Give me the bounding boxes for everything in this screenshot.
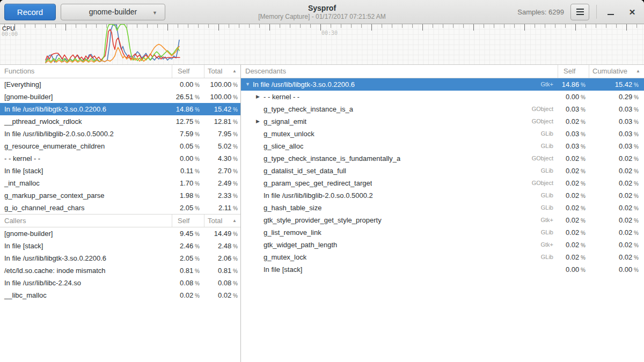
function-name: In file [stack] xyxy=(0,165,172,177)
functions-column-header[interactable]: Functions xyxy=(0,65,172,78)
table-row[interactable]: In file /usr/lib/libgtk-3.so.0.2200.6 2.… xyxy=(0,252,240,264)
table-row[interactable]: g_type_check_instance_is_a GObject 0.03 … xyxy=(241,103,644,115)
callers-column-header[interactable]: Callers xyxy=(0,215,172,227)
table-row[interactable]: In file /usr/lib/libc-2.24.so 0.08 % 0.0… xyxy=(0,277,240,289)
window-title: Sysprof xyxy=(308,4,336,13)
table-row[interactable]: g_type_check_instance_is_fundamentally_a… xyxy=(241,152,644,165)
library-tag: Gtk+ xyxy=(535,214,558,226)
expander-collapsed-icon[interactable]: ▶ xyxy=(256,115,264,128)
descendants-cumulative-column-header[interactable]: Cumulative ▲ xyxy=(589,65,644,78)
table-row[interactable]: __libc_malloc 0.02 % 0.02 % xyxy=(0,289,240,301)
self-value: 0.02 % xyxy=(558,202,589,214)
self-value: 0.02 % xyxy=(558,177,589,189)
library-tag: GLib xyxy=(536,202,558,214)
table-row[interactable]: _int_malloc 1.70 % 2.49 % xyxy=(0,177,240,189)
expander-expanded-icon[interactable]: ▼ xyxy=(245,78,253,91)
table-row[interactable]: gtk_style_provider_get_style_property Gt… xyxy=(241,214,644,226)
descendants-self-column-header[interactable]: Self xyxy=(558,65,589,78)
function-name: g_type_check_instance_is_fundamentally_a xyxy=(264,152,400,165)
descendants-pane: Descendants Self Cumulative ▲ ▼ In file … xyxy=(241,65,644,362)
descendant-name-cell: In file [stack] xyxy=(241,263,558,276)
table-row[interactable]: [gnome-builder] 9.45 % 14.49 % xyxy=(0,227,240,240)
table-row[interactable]: [Everything] 0.00 % 100.00 % xyxy=(0,78,240,91)
total-value: 2.49 % xyxy=(204,177,240,189)
close-button[interactable]: ✕ xyxy=(624,3,641,20)
cumulative-value: 0.02 % xyxy=(589,189,644,202)
minimize-button[interactable] xyxy=(602,3,619,20)
descendant-name-cell: g_mutex_lock GLib xyxy=(241,251,558,263)
total-value: 12.81 % xyxy=(204,115,240,128)
cpu-graph[interactable]: CPU 00:00 00:30 xyxy=(0,24,644,65)
self-value: 0.05 % xyxy=(172,140,204,152)
table-row[interactable]: - - kernel - - 0.00 % 4.30 % xyxy=(0,152,240,165)
functions-table-header: Functions Self Total ▲ xyxy=(0,65,240,78)
table-row[interactable]: [gnome-builder] 26.51 % 100.00 % xyxy=(0,91,240,103)
self-value: 0.02 % xyxy=(558,115,589,128)
expander-collapsed-icon[interactable]: ▶ xyxy=(256,91,264,103)
self-value: 0.02 % xyxy=(172,289,204,301)
table-row[interactable]: ▼ In file /usr/lib/libgtk-3.so.0.2200.6 … xyxy=(241,78,644,91)
self-value: 0.00 % xyxy=(558,263,589,276)
descendants-column-header[interactable]: Descendants xyxy=(241,65,558,78)
process-selector-dropdown[interactable]: gnome-builder ▼ xyxy=(61,4,165,20)
library-tag: GLib xyxy=(536,165,558,177)
functions-self-column-header[interactable]: Self xyxy=(172,65,204,78)
function-name: In file /usr/lib/libgtk-3.so.0.2200.6 xyxy=(253,78,355,91)
function-name: g_mutex_lock xyxy=(264,251,306,263)
cumulative-value: 0.02 % xyxy=(589,251,644,263)
table-row[interactable]: gtk_widget_path_length Gtk+ 0.02 % 0.02 … xyxy=(241,239,644,251)
table-row[interactable]: In file /usr/lib/libglib-2.0.so.0.5000.2… xyxy=(0,128,240,140)
table-row[interactable]: g_hash_table_size GLib 0.02 % 0.02 % xyxy=(241,202,644,214)
self-value: 1.70 % xyxy=(172,177,204,189)
callers-self-column-header[interactable]: Self xyxy=(172,215,204,227)
self-value: 0.02 % xyxy=(558,152,589,165)
self-value: 0.00 % xyxy=(558,91,589,103)
table-row[interactable]: /etc/ld.so.cache: inode mismatch 0.81 % … xyxy=(0,264,240,277)
descendant-name-cell: In file /usr/lib/libglib-2.0.so.0.5000.2… xyxy=(241,189,558,202)
self-value: 0.02 % xyxy=(558,239,589,251)
functions-total-column-header[interactable]: Total ▲ xyxy=(204,65,240,78)
table-row[interactable]: In file [stack] 2.46 % 2.48 % xyxy=(0,240,240,252)
self-value: 14.86 % xyxy=(172,103,204,115)
table-row[interactable]: In file [stack] 0.00 % 0.00 % xyxy=(241,263,644,276)
menu-button[interactable] xyxy=(570,4,589,20)
total-value: 0.02 % xyxy=(204,289,240,301)
callers-total-label: Total xyxy=(208,215,222,227)
table-row[interactable]: g_param_spec_get_redirect_target GObject… xyxy=(241,177,644,189)
table-row[interactable]: g_mutex_unlock GLib 0.03 % 0.03 % xyxy=(241,128,644,140)
function-name: In file [stack] xyxy=(0,240,172,252)
total-value: 2.48 % xyxy=(204,240,240,252)
function-name: In file /usr/lib/libgtk-3.so.0.2200.6 xyxy=(0,252,172,264)
self-value: 0.03 % xyxy=(558,140,589,152)
total-value: 0.08 % xyxy=(204,277,240,289)
self-value: 2.05 % xyxy=(172,202,204,214)
table-row[interactable]: In file /usr/lib/libgtk-3.so.0.2200.6 14… xyxy=(0,103,240,115)
table-row[interactable]: g_io_channel_read_chars 2.05 % 2.11 % xyxy=(0,202,240,214)
table-row[interactable]: ▶ - - kernel - - 0.00 % 0.29 % xyxy=(241,91,644,103)
table-row[interactable]: __pthread_rwlock_rdlock 12.75 % 12.81 % xyxy=(0,115,240,128)
total-value: 2.06 % xyxy=(204,252,240,264)
total-value: 2.11 % xyxy=(204,202,240,214)
headerbar-separator xyxy=(596,5,597,19)
table-row[interactable]: g_markup_parse_context_parse 1.98 % 2.33… xyxy=(0,189,240,202)
function-name: g_mutex_unlock xyxy=(264,128,314,140)
cumulative-value: 15.42 % xyxy=(589,78,644,91)
record-button[interactable]: Record xyxy=(4,4,56,20)
samples-count: Samples: 6299 xyxy=(517,8,564,16)
function-name: - - kernel - - xyxy=(0,152,172,165)
function-name: g_io_channel_read_chars xyxy=(0,202,172,214)
table-row[interactable]: g_mutex_lock GLib 0.02 % 0.02 % xyxy=(241,251,644,263)
functions-table: [Everything] 0.00 % 100.00 % [gnome-buil… xyxy=(0,78,240,214)
table-row[interactable]: g_list_remove_link GLib 0.02 % 0.02 % xyxy=(241,226,644,239)
total-value: 14.49 % xyxy=(204,227,240,240)
table-row[interactable]: g_datalist_id_set_data_full GLib 0.02 % … xyxy=(241,165,644,177)
table-row[interactable]: In file /usr/lib/libglib-2.0.so.0.5000.2… xyxy=(241,189,644,202)
table-row[interactable]: In file [stack] 0.11 % 2.70 % xyxy=(0,165,240,177)
hamburger-icon xyxy=(576,11,584,12)
callers-total-column-header[interactable]: Total ▲ xyxy=(204,215,240,227)
table-row[interactable]: g_slice_alloc GLib 0.03 % 0.03 % xyxy=(241,140,644,152)
function-name: g_hash_table_size xyxy=(264,202,321,214)
table-row[interactable]: g_resource_enumerate_children 0.05 % 5.0… xyxy=(0,140,240,152)
time-label-start: 00:00 xyxy=(2,31,18,37)
table-row[interactable]: ▶ g_signal_emit GObject 0.02 % 0.03 % xyxy=(241,115,644,128)
